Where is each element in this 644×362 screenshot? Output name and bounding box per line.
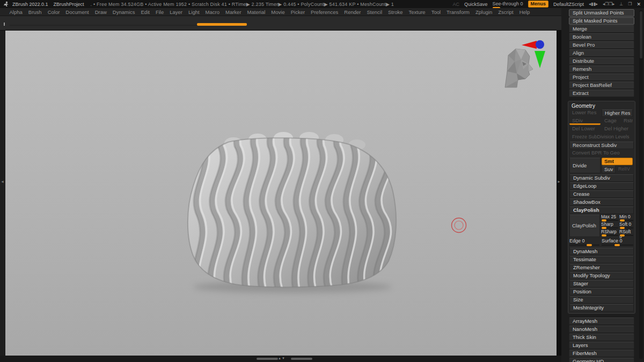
reconstruct-subdiv-button[interactable]: Reconstruct Subdiv [569, 142, 634, 149]
menu-item[interactable]: Color [45, 9, 63, 15]
menu-item[interactable]: Zplugin [473, 9, 495, 15]
menu-item[interactable]: File [152, 9, 166, 15]
zbrush-logo-icon [3, 1, 9, 7]
slider-handle[interactable] [620, 234, 625, 237]
panel-toggle-icon[interactable]: ◂❐❐▸ [603, 2, 614, 6]
subsection-header[interactable]: Size [569, 296, 634, 304]
claypolish-button[interactable]: ClayPolish [569, 215, 600, 237]
claypolish-slider[interactable]: Soft 0 [619, 222, 633, 229]
palette-section-header[interactable]: NanoMesh [569, 326, 634, 333]
subsection-header[interactable]: Position [569, 288, 634, 295]
menu-item[interactable]: Transform [444, 9, 473, 15]
tool-action-button[interactable]: Project [569, 73, 634, 81]
tool-action-button[interactable]: Bevel Pro [569, 41, 634, 49]
menu-item[interactable]: Picker [288, 9, 308, 15]
menu-item[interactable]: Document [63, 9, 92, 15]
quicksave-button[interactable]: QuickSave [464, 2, 488, 7]
axis-y-icon[interactable] [535, 51, 545, 68]
menu-item[interactable]: Tool [428, 9, 443, 15]
slider-handle[interactable] [602, 234, 606, 237]
menu-item[interactable]: Edit [138, 9, 152, 15]
subsection-header[interactable]: ZRemesher [569, 264, 634, 271]
slider-handle[interactable] [587, 244, 592, 246]
minimize-icon[interactable]: ⊥ [619, 2, 623, 6]
menu-item[interactable]: Help [516, 9, 533, 15]
subsection-header[interactable]: Stager [569, 280, 634, 287]
menu-item[interactable]: Stroke [385, 9, 406, 15]
palette-section-header[interactable]: Layers [569, 342, 634, 349]
menu-item[interactable]: Texture [406, 9, 428, 15]
left-tray-toggle-icon[interactable]: ◄ [1, 180, 4, 183]
close-icon[interactable]: ✕ [636, 2, 641, 7]
higher-res-button[interactable]: Higher Res [602, 109, 633, 117]
tool-action-button[interactable]: Boolean [569, 33, 634, 41]
smt-toggle[interactable]: Smt [602, 158, 633, 165]
menu-item[interactable]: Brush [25, 9, 45, 15]
reliv-toggle: RelIV [617, 166, 633, 173]
edge-slider[interactable]: Edge 0 [569, 238, 599, 247]
palette-section-header[interactable]: ArrayMesh [569, 317, 634, 325]
tool-action-button[interactable]: Project BasRelief [569, 82, 634, 89]
menu-item[interactable]: Material [244, 9, 268, 15]
subsection-header[interactable]: MeshIntegrity [569, 304, 634, 312]
claypolish-section-header[interactable]: ClayPolish [569, 206, 634, 214]
right-tray-toggle-icon[interactable]: ► [557, 180, 561, 183]
geometry-header[interactable]: Geometry [569, 102, 634, 109]
tool-action-button[interactable]: Split Unmasked Points [569, 9, 634, 17]
claypolish-slider[interactable]: RSharp [601, 230, 618, 237]
menu-item[interactable]: Render [341, 9, 364, 15]
subsection-header[interactable]: Dynamic Subdiv [569, 174, 634, 182]
slider-handle[interactable] [614, 244, 620, 246]
claypolish-slider[interactable]: Sharp [601, 222, 618, 229]
subsection-header[interactable]: Modify Topology [569, 272, 634, 279]
surface-slider[interactable]: Surface 0 [602, 238, 633, 247]
tool-action-button[interactable]: Extract [569, 90, 634, 97]
subsection-header[interactable]: Crease [569, 190, 634, 198]
menu-item[interactable]: Marker [223, 9, 245, 15]
tray-toggle-icon[interactable]: ◂▮▮▸ [589, 2, 598, 6]
subsection-header[interactable]: Tessimate [569, 256, 634, 263]
palette-section-header[interactable]: Geometry HD [569, 358, 634, 362]
restore-icon[interactable]: ❐ [628, 2, 632, 6]
subsection-header[interactable]: EdgeLoop [569, 182, 634, 190]
tool-action-button[interactable]: Align [569, 49, 634, 57]
claypolish-slider[interactable]: Max 25 [601, 215, 618, 221]
shelf-slider-handle[interactable] [197, 23, 247, 26]
axis-x-icon[interactable] [522, 41, 537, 49]
menu-item[interactable]: Light [185, 9, 202, 15]
menu-bar: AlphaBrushColorDocumentDrawDynamicsEditF… [0, 8, 561, 16]
geometry-subsections-top: Dynamic SubdivEdgeLoopCreaseShadowBox [569, 174, 634, 206]
tool-action-button[interactable]: Split Masked Points [569, 17, 634, 25]
default-zscript-button[interactable]: DefaultZScript [553, 2, 584, 7]
canvas-scrollbar-right[interactable] [291, 358, 312, 360]
see-through-slider[interactable]: See-through 0 [493, 1, 523, 8]
suv-toggle[interactable]: Suv [602, 166, 616, 173]
axis-z-icon[interactable] [536, 40, 544, 49]
claypolish-slider[interactable]: Min 0 [619, 215, 633, 221]
menu-item[interactable]: Movie [268, 9, 288, 15]
canvas-scrollbar-left[interactable] [257, 358, 278, 360]
panel-scrollbar-thumb[interactable] [640, 11, 642, 58]
menu-item[interactable]: Preferences [308, 9, 341, 15]
menus-button[interactable]: Menus [528, 1, 549, 8]
subtool-actions: Split Unmasked PointsSplit Masked Points… [569, 9, 634, 97]
canvas-scroll-arrows-icon[interactable]: ▲▼ [278, 357, 286, 360]
menu-item[interactable]: Zscript [495, 9, 517, 15]
palette-section-header[interactable]: Thick Skin [569, 334, 634, 341]
tool-action-button[interactable]: Distribute [569, 57, 634, 65]
palette-section-header[interactable]: FiberMesh [569, 350, 634, 357]
menu-item[interactable]: Macro [202, 9, 222, 15]
document-canvas[interactable] [5, 31, 557, 356]
claypolish-slider[interactable]: RSoft 5 [619, 230, 633, 237]
tool-action-button[interactable]: Remesh [569, 65, 634, 73]
subsection-header[interactable]: ShadowBox [569, 198, 634, 206]
menu-item[interactable]: Draw [92, 9, 109, 15]
menu-item[interactable]: Stencil [364, 9, 385, 15]
menu-item[interactable]: Dynamics [109, 9, 138, 15]
menu-item[interactable]: Alpha [6, 9, 25, 15]
head-preview[interactable] [505, 49, 533, 87]
subsection-header[interactable]: DynaMesh [569, 248, 634, 255]
menu-item[interactable]: Layer [167, 9, 186, 15]
tool-action-button[interactable]: Merge [569, 25, 634, 33]
divide-button[interactable]: Divide [569, 158, 601, 173]
